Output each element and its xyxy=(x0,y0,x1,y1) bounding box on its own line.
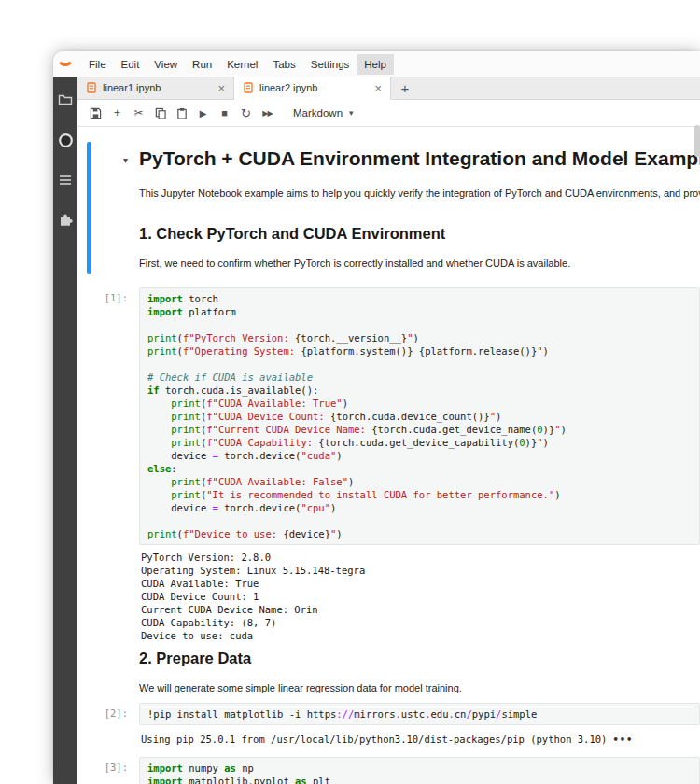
code-editor[interactable]: !pip install matplotlib -i https://mirro… xyxy=(139,703,700,725)
section-1-heading: 1. Check PyTorch and CUDA Environment xyxy=(139,223,700,244)
close-icon[interactable]: × xyxy=(374,82,382,94)
more-outputs-button[interactable]: ••• xyxy=(612,734,633,745)
execution-count: [3]: xyxy=(105,757,128,773)
notebook-content: ▾ PyTorch + CUDA Environment Integration… xyxy=(77,127,700,784)
code-cell-3[interactable]: [3]: import numpy as npimport matplotlib… xyxy=(77,757,700,784)
interrupt-kernel-icon[interactable]: ■ xyxy=(214,102,235,124)
main-area: linear1.ipynb × linear2.ipynb × + xyxy=(77,77,700,784)
code-editor[interactable]: import torchimport platform print(f"PyTo… xyxy=(139,287,700,545)
menu-settings[interactable]: Settings xyxy=(303,54,357,75)
restart-kernel-icon[interactable]: ↻ xyxy=(235,102,257,124)
intro-paragraph: This Jupyter Notebook example aims to he… xyxy=(139,187,700,201)
selected-cell-indicator xyxy=(87,142,91,274)
tab-linear2[interactable]: linear2.ipynb × xyxy=(234,77,391,100)
section-1-paragraph: First, we need to confirm whether PyTorc… xyxy=(139,257,700,271)
tab-label: linear2.ipynb xyxy=(259,82,317,93)
menu-edit[interactable]: Edit xyxy=(114,54,147,75)
collapse-heading-icon[interactable]: ▾ xyxy=(123,155,128,165)
tab-bar: linear1.ipynb × linear2.ipynb × + xyxy=(77,77,700,100)
file-browser-icon[interactable] xyxy=(57,91,74,108)
execution-count: [2]: xyxy=(105,703,128,719)
paste-cells-icon[interactable] xyxy=(171,102,192,124)
markdown-cell-1[interactable]: ▾ PyTorch + CUDA Environment Integration… xyxy=(77,140,700,282)
cell-gutter: [2]: xyxy=(77,703,139,746)
table-of-contents-icon[interactable] xyxy=(57,172,74,189)
notebook-file-icon xyxy=(86,82,97,93)
activity-bar xyxy=(53,77,77,784)
cell-gutter xyxy=(77,648,139,695)
notebook-title: PyTorch + CUDA Environment Integration a… xyxy=(139,146,700,172)
menu-view[interactable]: View xyxy=(147,54,185,75)
scrollbar-thumb[interactable] xyxy=(694,125,700,157)
running-sessions-icon[interactable] xyxy=(57,132,74,148)
cell-type-value: Markdown xyxy=(293,107,343,119)
window-corner xyxy=(53,51,77,77)
close-icon[interactable]: × xyxy=(217,82,225,94)
markdown-cell-2[interactable]: 2. Prepare Data We will generate some si… xyxy=(77,648,700,695)
menu-kernel[interactable]: Kernel xyxy=(219,54,265,75)
notebook-toolbar: + ✂ ▶ ■ ↻ ▶▶ Markdown ▾ xyxy=(77,100,700,127)
desktop-background: File Edit View Run Kernel Tabs Settings … xyxy=(0,0,700,784)
tab-linear1[interactable]: linear1.ipynb × xyxy=(77,77,234,99)
markdown-body: PyTorch + CUDA Environment Integration a… xyxy=(139,140,700,271)
code-cell-2[interactable]: [2]: !pip install matplotlib -i https://… xyxy=(77,703,700,746)
tab-label: linear1.ipynb xyxy=(103,82,161,93)
run-cell-icon[interactable]: ▶ xyxy=(192,102,214,124)
jupyterlab-window: File Edit View Run Kernel Tabs Settings … xyxy=(53,51,700,784)
execution-count: [1]: xyxy=(105,287,128,303)
menu-bar: File Edit View Run Kernel Tabs Settings … xyxy=(77,51,700,77)
cell-gutter: [3]: xyxy=(77,757,139,784)
menu-tabs[interactable]: Tabs xyxy=(265,54,302,75)
code-cell-1[interactable]: [1]: import torchimport platform print(f… xyxy=(77,287,700,642)
jupyter-logo-icon xyxy=(58,57,73,72)
menu-run[interactable]: Run xyxy=(185,54,219,75)
cell-type-dropdown[interactable]: Markdown ▾ xyxy=(287,105,359,120)
section-2-paragraph: We will generate some simple linear regr… xyxy=(139,681,700,695)
cell-gutter: [1]: xyxy=(77,287,139,642)
menu-file[interactable]: File xyxy=(81,54,114,75)
add-cell-icon[interactable]: + xyxy=(106,102,128,124)
chevron-down-icon: ▾ xyxy=(349,108,354,118)
menu-help[interactable]: Help xyxy=(357,54,394,75)
cut-cells-icon[interactable]: ✂ xyxy=(128,102,149,124)
section-2-heading: 2. Prepare Data xyxy=(139,648,700,668)
code-editor[interactable]: import numpy as npimport matplotlib.pypl… xyxy=(139,757,700,784)
cell-output: PyTorch Version: 2.8.0Operating System: … xyxy=(139,545,700,642)
restart-run-all-icon[interactable]: ▶▶ xyxy=(257,102,278,124)
save-icon[interactable] xyxy=(85,102,106,124)
cell-output: Using pip 25.0.1 from /usr/local/lib/pyt… xyxy=(139,725,700,746)
markdown-body: 2. Prepare Data We will generate some si… xyxy=(139,648,700,695)
new-tab-button[interactable]: + xyxy=(391,77,419,99)
extensions-icon[interactable] xyxy=(57,212,74,229)
copy-cells-icon[interactable] xyxy=(149,102,171,124)
notebook-file-icon xyxy=(243,82,254,93)
